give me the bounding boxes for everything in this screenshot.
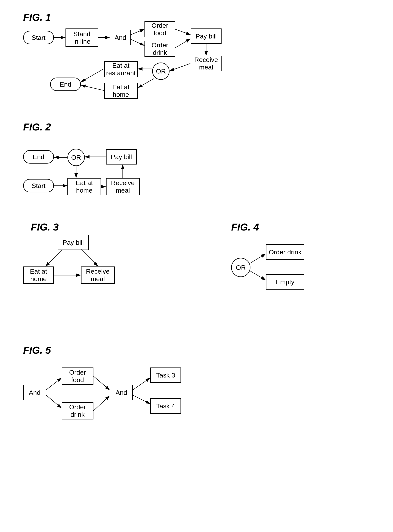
fig3-eat-home: Eat athome bbox=[23, 267, 54, 284]
fig1-eat-restaurant: Eat atrestaurant bbox=[104, 61, 138, 77]
fig5-and1: And bbox=[23, 385, 46, 400]
fig2-eat-home: Eat athome bbox=[67, 178, 101, 195]
fig1-pay-bill: Pay bill bbox=[191, 29, 221, 44]
fig3-receive-meal: Receivemeal bbox=[81, 267, 115, 284]
svg-line-30 bbox=[93, 376, 109, 390]
fig4-section: FIG. 4 OR Order drink Empty bbox=[212, 219, 366, 316]
svg-line-10 bbox=[138, 78, 154, 87]
svg-line-3 bbox=[131, 29, 144, 35]
fig2-receive-meal: Receivemeal bbox=[106, 178, 140, 195]
fig5-order-food: Orderfood bbox=[62, 368, 93, 385]
fig2-label: FIG. 2 bbox=[23, 121, 51, 133]
svg-line-6 bbox=[175, 39, 190, 48]
svg-line-11 bbox=[81, 69, 104, 82]
fig4-order-drink: Order drink bbox=[266, 244, 304, 260]
fig4-empty: Empty bbox=[266, 274, 304, 290]
fig1-eat-home: Eat athome bbox=[104, 83, 138, 99]
svg-line-5 bbox=[175, 29, 190, 35]
fig1-start: Start bbox=[23, 31, 54, 44]
fig4-label: FIG. 4 bbox=[231, 221, 259, 233]
svg-line-22 bbox=[81, 249, 98, 266]
fig2-or: OR bbox=[67, 149, 85, 166]
fig3-pay-bill: Pay bill bbox=[58, 235, 89, 250]
svg-line-21 bbox=[46, 250, 62, 266]
fig1-or: OR bbox=[152, 62, 170, 80]
svg-line-32 bbox=[133, 378, 150, 390]
fig1-receive-meal: Receivemeal bbox=[191, 56, 221, 71]
fig5-task3: Task 3 bbox=[150, 368, 181, 383]
fig1-order-food: Orderfood bbox=[144, 21, 175, 37]
fig5-task4: Task 4 bbox=[150, 398, 181, 414]
fig4-or: OR bbox=[231, 258, 251, 277]
svg-line-31 bbox=[93, 396, 109, 411]
fig3-section: FIG. 3 Pay bill Eat athome Receivemeal bbox=[12, 219, 146, 316]
svg-line-25 bbox=[250, 254, 265, 263]
fig5-order-drink: Orderdrink bbox=[62, 402, 93, 419]
fig5-label: FIG. 5 bbox=[23, 344, 51, 356]
fig2-pay-bill: Pay bill bbox=[106, 149, 137, 164]
fig1-label: FIG. 1 bbox=[23, 12, 51, 23]
fig1-order-drink: Orderdrink bbox=[144, 41, 175, 57]
fig2-start: Start bbox=[23, 179, 54, 192]
svg-line-33 bbox=[133, 395, 150, 404]
fig1-end: End bbox=[50, 77, 81, 91]
svg-line-26 bbox=[250, 271, 265, 280]
svg-line-28 bbox=[46, 378, 61, 390]
svg-line-4 bbox=[131, 39, 144, 45]
fig1-and: And bbox=[110, 30, 131, 45]
fig2-section: FIG. 2 End OR Pay bill Start Eat athome … bbox=[12, 119, 243, 216]
svg-line-29 bbox=[46, 395, 61, 408]
fig2-arrows bbox=[12, 119, 243, 216]
fig3-label: FIG. 3 bbox=[31, 221, 59, 233]
svg-line-12 bbox=[81, 85, 104, 91]
svg-line-8 bbox=[170, 63, 190, 71]
fig5-and2: And bbox=[110, 385, 133, 400]
fig1-section: FIG. 1 Start Standin line And Orderfood … bbox=[12, 8, 389, 115]
fig1-stand-in-line: Standin line bbox=[65, 29, 98, 47]
fig5-arrows bbox=[12, 342, 378, 450]
fig5-section: FIG. 5 And Orderfood Orderdrink And Task… bbox=[12, 342, 378, 450]
fig2-end: End bbox=[23, 150, 54, 163]
